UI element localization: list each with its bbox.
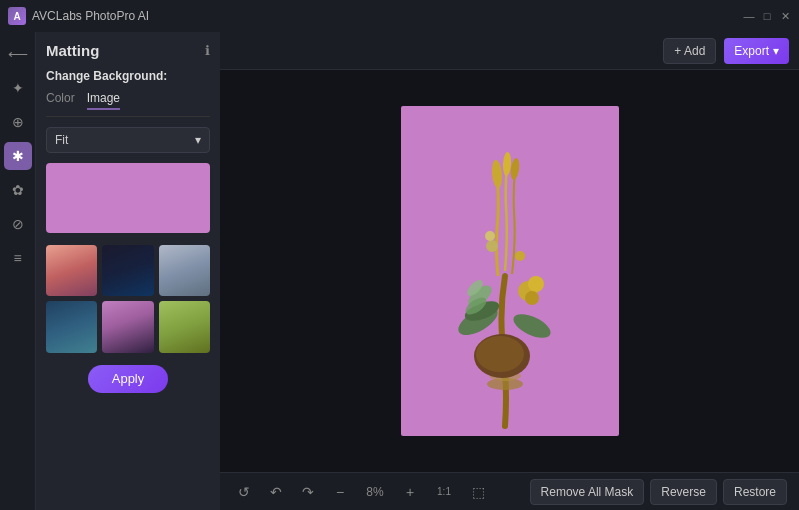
sidebar-item-mask[interactable]: ⊘ — [4, 210, 32, 238]
sidebar-item-settings[interactable]: ≡ — [4, 244, 32, 272]
bg-thumb-3[interactable] — [159, 245, 210, 296]
panel-title: Matting — [46, 42, 99, 59]
sidebar-item-enhance[interactable]: ✦ — [4, 74, 32, 102]
canvas-area — [220, 70, 799, 472]
fit-dropdown[interactable]: Fit ▾ — [46, 127, 210, 153]
redo-button[interactable]: ↷ — [296, 480, 320, 504]
zoom-fit-button[interactable]: 1:1 — [430, 480, 458, 504]
minimize-button[interactable]: — — [743, 10, 755, 22]
dropdown-value: Fit — [55, 133, 68, 147]
bottom-right-tools: Remove All Mask Reverse Restore — [530, 479, 787, 505]
title-bar: A AVCLabs PhotoPro AI — □ ✕ — [0, 0, 799, 32]
zoom-out-button[interactable]: − — [328, 480, 352, 504]
bottom-bar: ↺ ↶ ↷ − 8% + 1:1 ⬚ Remove All Mask Rever… — [220, 472, 799, 510]
bg-preview — [46, 163, 210, 233]
zoom-label: 8% — [360, 485, 390, 499]
bg-thumb-4[interactable] — [46, 301, 97, 352]
image-grid — [46, 245, 210, 353]
svg-point-14 — [485, 231, 495, 241]
apply-button[interactable]: Apply — [88, 365, 168, 393]
app-title: AVCLabs PhotoPro AI — [32, 9, 149, 23]
bg-thumb-6[interactable] — [159, 301, 210, 352]
sidebar-item-add[interactable]: ⊕ — [4, 108, 32, 136]
icon-sidebar: ⟵ ✦ ⊕ ✱ ✿ ⊘ ≡ — [0, 32, 36, 510]
maximize-button[interactable]: □ — [761, 10, 773, 22]
tab-row: Color Image — [46, 91, 210, 117]
zoom-in-button[interactable]: + — [398, 480, 422, 504]
sidebar-item-matting[interactable]: ✱ — [4, 142, 32, 170]
flower-image — [401, 106, 619, 436]
rotate-ccw-button[interactable]: ↺ — [232, 480, 256, 504]
content-area: + Add Export ▾ — [220, 32, 799, 510]
sidebar-item-back[interactable]: ⟵ — [4, 40, 32, 68]
change-bg-label: Change Background: — [46, 69, 210, 83]
remove-all-mask-button[interactable]: Remove All Mask — [530, 479, 645, 505]
svg-point-11 — [502, 152, 511, 176]
svg-point-10 — [490, 160, 502, 189]
undo-button[interactable]: ↶ — [264, 480, 288, 504]
svg-point-6 — [476, 336, 524, 372]
window-controls: — □ ✕ — [743, 10, 791, 22]
bg-thumb-1[interactable] — [46, 245, 97, 296]
svg-point-9 — [525, 291, 539, 305]
flower-svg — [420, 136, 600, 436]
matting-panel: Matting ℹ Change Background: Color Image… — [36, 32, 220, 510]
info-icon[interactable]: ℹ — [205, 43, 210, 58]
svg-point-15 — [515, 251, 525, 261]
bg-thumb-2[interactable] — [102, 245, 153, 296]
export-arrow: ▾ — [773, 44, 779, 58]
app-icon: A — [8, 7, 26, 25]
add-button[interactable]: + Add — [663, 38, 716, 64]
bottom-left-tools: ↺ ↶ ↷ − 8% + 1:1 ⬚ — [232, 480, 490, 504]
svg-point-8 — [528, 276, 544, 292]
svg-point-12 — [509, 158, 520, 181]
restore-button[interactable]: Restore — [723, 479, 787, 505]
dropdown-arrow: ▾ — [195, 133, 201, 147]
top-bar: + Add Export ▾ — [220, 32, 799, 70]
close-button[interactable]: ✕ — [779, 10, 791, 22]
tab-image[interactable]: Image — [87, 91, 120, 110]
export-label: Export — [734, 44, 769, 58]
sidebar-item-effects[interactable]: ✿ — [4, 176, 32, 204]
aspect-button[interactable]: ⬚ — [466, 480, 490, 504]
export-button[interactable]: Export ▾ — [724, 38, 789, 64]
reverse-button[interactable]: Reverse — [650, 479, 717, 505]
tab-color[interactable]: Color — [46, 91, 75, 110]
svg-point-13 — [486, 240, 498, 252]
panel-header: Matting ℹ — [46, 42, 210, 59]
bg-thumb-5[interactable] — [102, 301, 153, 352]
